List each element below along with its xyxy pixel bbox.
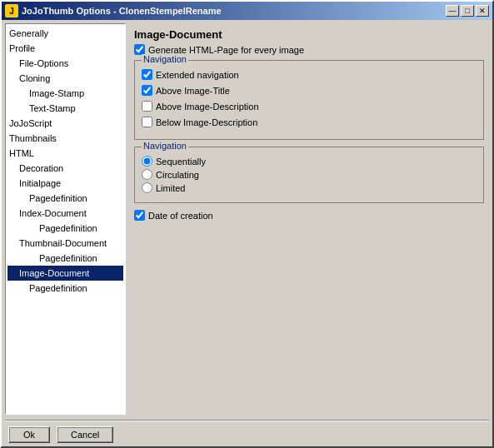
below-desc-checkbox[interactable] — [142, 117, 152, 127]
above-title-checkbox[interactable] — [142, 85, 152, 96]
window-title: JoJoThumb Options - ClonenStempelRename — [22, 6, 222, 16]
sidebar-item-thumbnail-document[interactable]: Thumbnail-Document — [7, 236, 123, 251]
navigation-2-legend: Navigation — [142, 141, 188, 151]
sidebar-item-generally[interactable]: Generally — [7, 26, 123, 41]
sidebar-item-pagedefinition4[interactable]: Pagedefinition — [7, 281, 123, 296]
sidebar-item-pagedefinition3[interactable]: Pagedefinition — [7, 251, 123, 266]
minimize-button[interactable]: — — [446, 5, 459, 17]
sidebar-item-thumbnails[interactable]: Thumbnails — [7, 131, 123, 146]
sidebar-item-html[interactable]: HTML — [7, 146, 123, 161]
generate-html-label[interactable]: Generate HTML-Page for every image — [148, 45, 304, 55]
app-icon: J — [5, 4, 18, 17]
limited-row: Limited — [142, 182, 477, 193]
panel-title: Image-Document — [134, 28, 484, 41]
sidebar-item-text-stamp[interactable]: Text-Stamp — [7, 101, 123, 116]
ok-button[interactable]: Ok — [8, 426, 50, 443]
sidebar-item-decoration[interactable]: Decoration — [7, 161, 123, 176]
sidebar-item-cloning[interactable]: Cloning — [7, 71, 123, 86]
navigation-1-legend: Navigation — [142, 54, 188, 64]
date-creation-row: Date of creation — [134, 210, 484, 221]
circulating-label[interactable]: Circulating — [156, 170, 199, 180]
nav1-options: Above Image-Title Above Image-Descriptio… — [142, 85, 477, 127]
sidebar-item-image-document[interactable]: Image-Document — [7, 266, 123, 281]
bottom-separator — [5, 420, 489, 421]
extended-nav-label[interactable]: Extended navigation — [156, 70, 239, 80]
main-content: GenerallyProfileFile-OptionsCloningImage… — [2, 20, 492, 418]
below-desc-row: Below Image-Description — [142, 117, 477, 127]
navigation-2-content: Sequentially Circulating Limited — [142, 156, 477, 193]
title-buttons: — □ ✕ — [446, 5, 489, 17]
date-creation-checkbox[interactable] — [134, 210, 145, 221]
above-desc-checkbox[interactable] — [142, 101, 152, 112]
sidebar-item-ojojscript[interactable]: JoJoScript — [7, 116, 123, 131]
cancel-button[interactable]: Cancel — [57, 426, 113, 443]
sidebar-item-file-options[interactable]: File-Options — [7, 56, 123, 71]
date-creation-label[interactable]: Date of creation — [148, 211, 213, 221]
sequentially-row: Sequentially — [142, 156, 477, 167]
close-button[interactable]: ✕ — [476, 5, 489, 17]
limited-radio[interactable] — [142, 182, 152, 193]
navigation-group-1: Navigation Extended navigation Above Ima… — [134, 60, 484, 140]
above-desc-label[interactable]: Above Image-Description — [156, 102, 259, 112]
navigation-1-content: Extended navigation Above Image-Title Ab… — [142, 69, 477, 127]
below-desc-label[interactable]: Below Image-Description — [156, 117, 257, 127]
sidebar-item-profile[interactable]: Profile — [7, 41, 123, 56]
right-panel: Image-Document Generate HTML-Page for ev… — [129, 23, 489, 415]
sidebar-tree: GenerallyProfileFile-OptionsCloningImage… — [5, 23, 126, 415]
sequentially-radio[interactable] — [142, 156, 152, 167]
title-bar-left: J JoJoThumb Options - ClonenStempelRenam… — [5, 4, 222, 17]
sidebar-item-image-stamp[interactable]: Image-Stamp — [7, 86, 123, 101]
circulating-row: Circulating — [142, 169, 477, 180]
sidebar-item-pagedefinition2[interactable]: Pagedefinition — [7, 221, 123, 236]
limited-label[interactable]: Limited — [156, 183, 185, 193]
above-title-row: Above Image-Title — [142, 85, 477, 96]
above-desc-row: Above Image-Description — [142, 101, 477, 112]
maximize-button[interactable]: □ — [461, 5, 474, 17]
sequentially-label[interactable]: Sequentially — [156, 157, 206, 167]
bottom-bar: Ok Cancel — [2, 423, 492, 446]
extended-nav-checkbox[interactable] — [142, 69, 152, 80]
main-window: J JoJoThumb Options - ClonenStempelRenam… — [0, 0, 494, 448]
above-title-label[interactable]: Above Image-Title — [156, 86, 230, 96]
circulating-radio[interactable] — [142, 169, 152, 180]
panel-content: Image-Document Generate HTML-Page for ev… — [129, 23, 489, 415]
extended-nav-row: Extended navigation — [142, 69, 477, 80]
title-bar: J JoJoThumb Options - ClonenStempelRenam… — [2, 2, 492, 20]
sidebar-item-pagedefinition1[interactable]: Pagedefinition — [7, 191, 123, 206]
sidebar-item-initialpage[interactable]: Initialpage — [7, 176, 123, 191]
navigation-group-2: Navigation Sequentially Circulating L — [134, 147, 484, 203]
sidebar-item-index-document[interactable]: Index-Document — [7, 206, 123, 221]
